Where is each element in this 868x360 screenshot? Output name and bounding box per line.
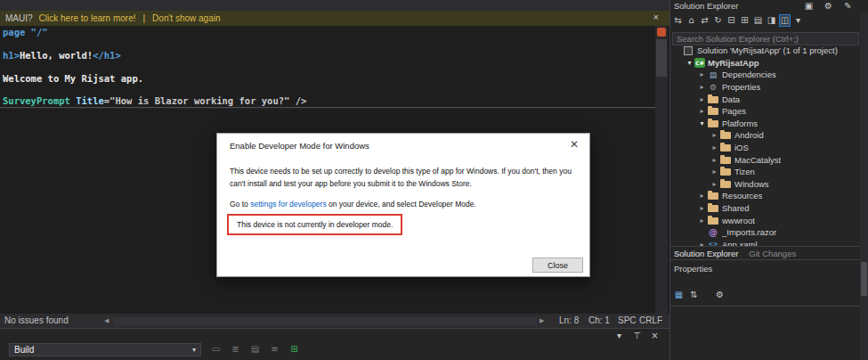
collapsed-arrow-icon[interactable]: ▸ bbox=[697, 192, 707, 200]
hscroll-track[interactable] bbox=[113, 317, 537, 325]
panel-title: Solution Explorer bbox=[674, 1, 738, 11]
tree-item-label: Shared bbox=[722, 203, 750, 213]
filter-icon[interactable]: ⊞ bbox=[288, 343, 300, 356]
tree-item-label: Data bbox=[722, 94, 740, 104]
folder-icon bbox=[719, 179, 732, 189]
tree-item-pages[interactable]: ▸Pages bbox=[670, 105, 860, 118]
wrench-icon[interactable]: ⚙ bbox=[823, 0, 834, 12]
dropdown-caret-icon[interactable]: ▾ bbox=[792, 14, 804, 27]
show-output-from-icon[interactable]: ▤ bbox=[249, 343, 261, 356]
dialog-titlebar[interactable]: Enable Developer Mode for Windows ✕ bbox=[217, 134, 589, 156]
panel-tabs: Solution Explorer Git Changes bbox=[670, 246, 860, 260]
search-input[interactable] bbox=[672, 32, 859, 45]
tree-item-platforms[interactable]: ▾Platforms bbox=[670, 118, 860, 130]
output-toolbar-icons: ▭≣▤≡⊞ bbox=[210, 343, 300, 356]
close-button[interactable]: Close bbox=[532, 258, 583, 273]
pin-icon[interactable]: ⊤ bbox=[631, 330, 643, 342]
collapsed-arrow-icon[interactable]: ▸ bbox=[697, 107, 707, 115]
tree-item-wwwroot[interactable]: ▸wwwroot bbox=[670, 214, 860, 226]
expanded-arrow-icon[interactable]: ▾ bbox=[697, 119, 707, 127]
tab-solution-explorer[interactable]: Solution Explorer bbox=[670, 249, 745, 258]
clear-all-icon[interactable]: ▭ bbox=[210, 343, 222, 356]
close-icon[interactable]: × bbox=[649, 330, 661, 342]
layout-icon[interactable]: ▣ bbox=[803, 0, 815, 12]
output-pane-selector[interactable]: Build ▾ bbox=[9, 343, 201, 356]
status-column[interactable]: Ch: 1 bbox=[588, 315, 610, 325]
collapse-all-icon[interactable]: ⊟ bbox=[726, 14, 737, 27]
dialog-close-icon[interactable]: ✕ bbox=[570, 138, 579, 151]
preview-selected-icon[interactable]: ◫ bbox=[779, 14, 791, 27]
tree-item-solution-myrijsatapp-1-of-1-project[interactable]: Solution 'MyRijsatApp' (1 of 1 project) bbox=[670, 45, 860, 57]
settings-for-developers-link[interactable]: settings for developers bbox=[250, 200, 327, 209]
tree-item-ios[interactable]: ▸iOS bbox=[670, 142, 860, 154]
collapsed-arrow-icon[interactable]: ▸ bbox=[710, 156, 719, 164]
tree-item-label: Tizen bbox=[734, 167, 755, 176]
collapsed-arrow-icon[interactable]: ▸ bbox=[710, 180, 719, 188]
issues-indicator[interactable]: No issues found bbox=[4, 315, 69, 325]
back-forward-icon[interactable]: ⇆ bbox=[672, 14, 684, 27]
caret-down-icon[interactable]: ▾ bbox=[613, 330, 625, 342]
tree-item-maccatalyst[interactable]: ▸MacCatalyst bbox=[670, 153, 860, 166]
collapsed-arrow-icon[interactable]: ▸ bbox=[697, 83, 707, 91]
props-toolbar: ▦⇅⚙ bbox=[673, 289, 726, 301]
tree-item-data[interactable]: ▸Data bbox=[670, 93, 860, 105]
infobar-close-icon[interactable]: × bbox=[653, 12, 659, 22]
tree-item-properties[interactable]: ▸⚙Properties bbox=[670, 81, 860, 94]
dont-show-again-link[interactable]: Don't show again bbox=[152, 13, 220, 23]
track-active-item-icon[interactable]: ◨ bbox=[766, 14, 777, 27]
collapsed-arrow-icon[interactable]: ▸ bbox=[710, 143, 719, 151]
code-line-6[interactable] bbox=[3, 84, 306, 95]
panel-scrollbar-thumb[interactable] bbox=[861, 262, 867, 296]
collapsed-arrow-icon[interactable]: ▸ bbox=[697, 204, 707, 212]
code-line-1[interactable]: page "/" bbox=[3, 27, 306, 38]
code-line-3[interactable]: h1>Hello, world!</h1> bbox=[3, 50, 306, 61]
home-icon[interactable]: ⌂ bbox=[685, 14, 697, 27]
collapsed-arrow-icon[interactable]: ▸ bbox=[710, 131, 719, 139]
tree-item-label: MacCatalyst bbox=[734, 155, 781, 165]
view-code-icon[interactable]: ▤ bbox=[752, 14, 764, 27]
tree-item-app-xaml[interactable]: ▸<>App.xaml bbox=[670, 239, 860, 247]
collapsed-arrow-icon[interactable]: ▸ bbox=[697, 95, 707, 103]
tree-item-label: Windows bbox=[734, 179, 769, 189]
switch-views-icon[interactable]: ⇄ bbox=[699, 14, 710, 27]
editor-scrollbar-thumb[interactable] bbox=[656, 39, 667, 77]
messages-icon[interactable]: ≡ bbox=[269, 343, 280, 356]
folder-icon bbox=[707, 203, 719, 213]
tree-item-myrijsatapp[interactable]: ▾C#MyRijsatApp bbox=[670, 57, 860, 70]
panel-scrollbar[interactable] bbox=[860, 12, 868, 360]
show-all-files-icon[interactable]: ⊞ bbox=[739, 14, 750, 27]
learn-more-link[interactable]: Click here to learn more! bbox=[39, 13, 136, 23]
categorized-icon[interactable]: ▦ bbox=[673, 289, 685, 301]
property-pages-icon[interactable]: ⚙ bbox=[714, 289, 726, 301]
pencil-icon[interactable]: ✎ bbox=[842, 0, 854, 12]
tree-item-tizen[interactable]: ▸Tizen bbox=[670, 166, 860, 178]
toggle-word-wrap-icon[interactable]: ≣ bbox=[230, 343, 241, 356]
code-line-5[interactable]: Welcome to My Rijsat app. bbox=[3, 73, 306, 85]
editor-splitter[interactable] bbox=[0, 107, 655, 109]
tree-item-android[interactable]: ▸Android bbox=[670, 129, 860, 142]
tree-item-windows[interactable]: ▸Windows bbox=[670, 178, 860, 191]
expanded-arrow-icon[interactable]: ▾ bbox=[685, 59, 694, 67]
tree-item-resources[interactable]: ▸Resources bbox=[670, 190, 860, 202]
code-area[interactable]: page "/"h1>Hello, world!</h1>Welcome to … bbox=[3, 27, 306, 107]
tab-git-changes[interactable]: Git Changes bbox=[745, 249, 803, 258]
status-spaces[interactable]: SPC bbox=[618, 315, 637, 325]
collapsed-arrow-icon[interactable]: ▸ bbox=[697, 217, 707, 225]
hscroll-right-icon[interactable]: ▶ bbox=[539, 317, 544, 324]
alphabetical-icon[interactable]: ⇅ bbox=[688, 289, 700, 301]
status-line-number[interactable]: Ln: 8 bbox=[559, 315, 579, 325]
code-token: SurveyPrompt bbox=[3, 95, 76, 106]
tree-item-shared[interactable]: ▸Shared bbox=[670, 202, 860, 215]
hscroll-left-icon[interactable]: ◀ bbox=[104, 317, 109, 324]
collapsed-arrow-icon[interactable]: ▸ bbox=[697, 70, 707, 78]
dialog-title: Enable Developer Mode for Windows bbox=[230, 141, 369, 151]
collapsed-arrow-icon[interactable]: ▸ bbox=[710, 168, 719, 176]
code-line-4[interactable] bbox=[3, 61, 306, 73]
code-line-2[interactable] bbox=[3, 38, 306, 50]
code-line-7[interactable]: SurveyPrompt Title="How is Blazor workin… bbox=[3, 95, 306, 107]
tree-item-imports-razor[interactable]: @_Imports.razor bbox=[670, 226, 860, 239]
refresh-icon[interactable]: ↻ bbox=[712, 14, 724, 27]
tree-item-dependencies[interactable]: ▸▤Dependencies bbox=[670, 69, 860, 81]
status-line-ending[interactable]: CRLF bbox=[639, 315, 662, 325]
editor-vertical-scrollbar[interactable] bbox=[655, 26, 668, 314]
